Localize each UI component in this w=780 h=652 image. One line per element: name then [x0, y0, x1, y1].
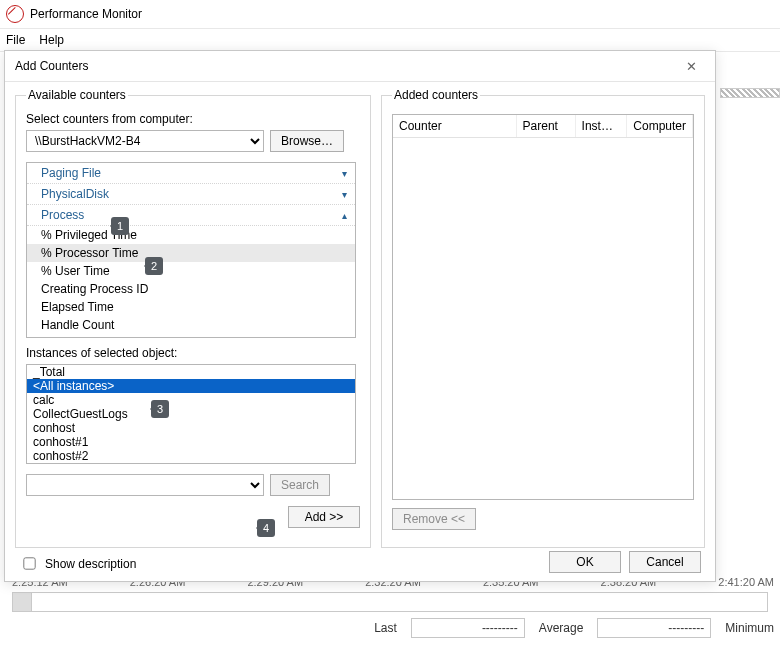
last-value: --------- [411, 618, 525, 638]
instances-label: Instances of selected object: [26, 346, 360, 360]
instance-item[interactable]: <All instances> [27, 379, 355, 393]
instance-item[interactable]: CollectGuestLogs [27, 407, 355, 421]
perfmon-icon [6, 5, 24, 23]
instances-list[interactable]: _Total <All instances> calc CollectGuest… [26, 364, 356, 464]
header-parent[interactable]: Parent [517, 115, 576, 137]
instance-item[interactable]: conhost#1 [27, 435, 355, 449]
chart-hatch [720, 88, 780, 98]
close-icon[interactable]: ✕ [678, 57, 705, 76]
search-button[interactable]: Search [270, 474, 330, 496]
category-process[interactable]: Process ▴ [27, 205, 355, 226]
menubar: File Help [0, 29, 780, 52]
remove-button[interactable]: Remove << [392, 508, 476, 530]
stats-bar: Last --------- Average --------- Minimum [374, 618, 774, 638]
menu-help[interactable]: Help [39, 33, 64, 47]
counter-item[interactable]: Creating Process ID [27, 280, 355, 298]
chevron-down-icon: ▾ [342, 189, 347, 200]
menu-file[interactable]: File [6, 33, 25, 47]
instance-item[interactable]: conhost [27, 421, 355, 435]
dialog-titlebar: Add Counters ✕ [5, 51, 715, 82]
added-table-header: Counter Parent Inst… Computer [393, 115, 693, 138]
last-label: Last [374, 621, 397, 635]
show-description-label: Show description [45, 557, 136, 571]
minimum-label: Minimum [725, 621, 774, 635]
header-computer[interactable]: Computer [627, 115, 693, 137]
window-title: Performance Monitor [30, 7, 142, 21]
added-counters-table[interactable]: Counter Parent Inst… Computer [392, 114, 694, 500]
counter-item[interactable]: Handle Count [27, 316, 355, 334]
titlebar: Performance Monitor [0, 0, 780, 29]
header-inst[interactable]: Inst… [576, 115, 628, 137]
ok-button[interactable]: OK [549, 551, 621, 573]
counters-tree[interactable]: Paging File ▾ PhysicalDisk ▾ Process ▴ %… [26, 162, 356, 338]
available-counters-legend: Available counters [26, 88, 128, 102]
instance-item[interactable]: CPUSTRES [27, 463, 355, 464]
added-counters-group: Added counters Counter Parent Inst… Comp… [381, 88, 705, 548]
add-button[interactable]: Add >> [288, 506, 360, 528]
computer-combo[interactable]: \\BurstHackVM2-B4 [26, 130, 264, 152]
added-counters-legend: Added counters [392, 88, 480, 102]
dialog-title: Add Counters [15, 59, 88, 73]
category-paging-file[interactable]: Paging File ▾ [27, 163, 355, 184]
counter-item[interactable]: % Privileged Time [27, 226, 355, 244]
callout-1: 1 [111, 217, 129, 235]
callout-3: 3 [151, 400, 169, 418]
callout-2: 2 [145, 257, 163, 275]
instance-item[interactable]: calc [27, 393, 355, 407]
available-counters-group: Available counters Select counters from … [15, 88, 371, 548]
instance-item[interactable]: _Total [27, 365, 355, 379]
chevron-up-icon: ▴ [342, 210, 347, 221]
select-computer-label: Select counters from computer: [26, 112, 360, 126]
chevron-down-icon: ▾ [342, 168, 347, 179]
show-description-row: Show description [19, 554, 136, 573]
callout-4: 4 [257, 519, 275, 537]
instance-item[interactable]: conhost#2 [27, 449, 355, 463]
average-label: Average [539, 621, 583, 635]
average-value: --------- [597, 618, 711, 638]
browse-button[interactable]: Browse… [270, 130, 344, 152]
cancel-button[interactable]: Cancel [629, 551, 701, 573]
time-slider[interactable] [12, 592, 768, 612]
category-physicaldisk[interactable]: PhysicalDisk ▾ [27, 184, 355, 205]
search-combo[interactable] [26, 474, 264, 496]
show-description-checkbox[interactable] [23, 557, 35, 569]
add-counters-dialog: Add Counters ✕ Available counters Select… [4, 50, 716, 582]
counter-item[interactable]: Elapsed Time [27, 298, 355, 316]
counter-item[interactable]: % User Time [27, 262, 355, 280]
counter-item[interactable]: % Processor Time [27, 244, 355, 262]
header-counter[interactable]: Counter [393, 115, 517, 137]
